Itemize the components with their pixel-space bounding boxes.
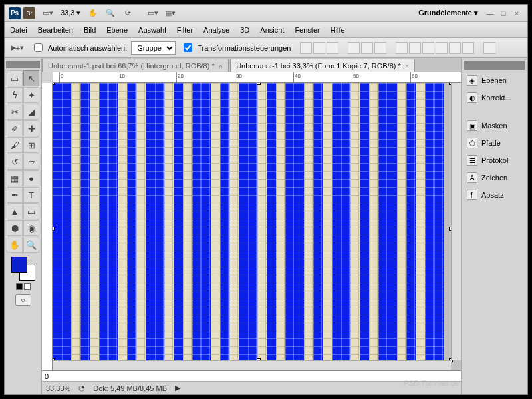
tab-doc-1[interactable]: Unbenannt-1.psd bei 66,7% (Hintergrund, …	[42, 59, 229, 72]
transform-handle[interactable]	[53, 227, 55, 231]
hand-tool-icon[interactable]: ✋	[86, 7, 100, 20]
lasso-tool[interactable]: ϟ	[7, 87, 23, 103]
path-select-tool[interactable]: ▲	[7, 203, 23, 219]
minimize-button[interactable]: —	[485, 8, 495, 19]
view-dropdown-icon[interactable]: ▭▾	[41, 7, 55, 20]
panel-korrekturen[interactable]: ◐Korrekt...	[464, 90, 525, 106]
3d-tool[interactable]: ⬢	[7, 220, 23, 236]
eraser-tool[interactable]: ▱	[23, 154, 39, 170]
align-btn[interactable]	[313, 42, 325, 54]
transform-handle[interactable]	[53, 83, 55, 85]
zoom-value[interactable]: 33,3 ▾	[61, 9, 80, 17]
foreground-color[interactable]	[11, 257, 27, 273]
crop-tool[interactable]: ✂	[7, 104, 23, 120]
panel-protokoll[interactable]: ☰Protokoll	[464, 152, 525, 168]
vertical-ruler[interactable]	[42, 83, 53, 370]
pen-tool[interactable]: ✒	[7, 187, 23, 203]
menu-analyse[interactable]: Analyse	[203, 26, 229, 34]
maximize-button[interactable]: □	[498, 8, 509, 19]
panel-absatz[interactable]: ¶Absatz	[464, 187, 525, 203]
transform-controls-checkbox[interactable]	[184, 43, 192, 52]
quick-mask-button[interactable]: ○	[15, 294, 31, 306]
document-canvas[interactable]	[53, 83, 451, 360]
marquee-tool[interactable]: ▭	[7, 70, 23, 86]
tab-label: Unbenannt-1 bei 33,3% (Form 1 Kopie 7, R…	[236, 62, 401, 70]
menu-hilfe[interactable]: Hilfe	[331, 26, 345, 34]
menu-ebene[interactable]: Ebene	[106, 26, 128, 34]
transform-handle[interactable]	[257, 83, 261, 85]
paragraph-icon: ¶	[467, 190, 477, 200]
zoom-tool[interactable]: 🔍	[23, 237, 39, 253]
dist-btn[interactable]	[422, 42, 434, 54]
auto-select-dropdown[interactable]: Gruppe	[131, 41, 176, 55]
canvas-zone: Unbenannt-1.psd bei 66,7% (Hintergrund, …	[42, 58, 461, 394]
healing-tool[interactable]: ✚	[23, 120, 39, 136]
panel-masken[interactable]: ▣Masken	[464, 118, 525, 134]
document-viewport[interactable]	[53, 83, 461, 370]
menu-bild[interactable]: Bild	[84, 26, 96, 34]
shape-tool[interactable]: ▭	[23, 203, 39, 219]
slice-tool[interactable]: ◢	[23, 104, 39, 120]
dist-btn[interactable]	[462, 42, 474, 54]
tab-close-icon[interactable]: ×	[219, 62, 223, 70]
dist-btn[interactable]	[436, 42, 448, 54]
tab-close-icon[interactable]: ×	[405, 62, 409, 70]
photoshop-logo-icon: Ps	[9, 7, 21, 19]
zoom-tool-icon[interactable]: 🔍	[104, 7, 117, 20]
stamp-tool[interactable]: ⊞	[23, 137, 39, 153]
blur-tool[interactable]: ●	[23, 170, 39, 186]
dist-btn[interactable]	[449, 42, 461, 54]
align-btn[interactable]	[361, 42, 373, 54]
brush-tool[interactable]: 🖌	[7, 137, 23, 153]
default-colors-icon[interactable]	[16, 283, 23, 290]
adjustments-icon: ◐	[467, 92, 477, 103]
panel-ebenen[interactable]: ◈Ebenen	[464, 72, 525, 88]
screen-mode-icon[interactable]: ▭▾	[146, 7, 160, 20]
history-brush-tool[interactable]: ↺	[7, 154, 23, 170]
auto-align-btn[interactable]	[483, 42, 495, 54]
status-doc-size[interactable]: Dok: 5,49 MB/8,45 MB	[93, 384, 167, 392]
quick-select-tool[interactable]: ✦	[23, 87, 39, 103]
eyedropper-tool[interactable]: ✐	[7, 120, 23, 136]
panel-pfade[interactable]: ⬠Pfade	[464, 135, 525, 151]
menu-3d[interactable]: 3D	[240, 26, 249, 34]
align-btn[interactable]	[348, 42, 360, 54]
status-zoom[interactable]: 33,33%	[46, 384, 70, 392]
status-arrow-icon[interactable]: ▶	[175, 384, 180, 392]
align-btn[interactable]	[374, 42, 386, 54]
dist-btn[interactable]	[409, 42, 421, 54]
dist-btn[interactable]	[396, 42, 408, 54]
vertical-scrollbar[interactable]	[451, 83, 461, 360]
auto-select-checkbox[interactable]	[34, 43, 43, 52]
align-btn[interactable]	[300, 42, 312, 54]
toolbox-header[interactable]	[6, 61, 40, 68]
menu-auswahl[interactable]: Auswahl	[138, 26, 166, 34]
arrange-docs-icon[interactable]: ▦▾	[164, 7, 177, 20]
horizontal-ruler[interactable]: 0102030405060	[53, 72, 461, 83]
menu-ansicht[interactable]: Ansicht	[260, 26, 284, 34]
close-button[interactable]: ×	[511, 8, 522, 19]
rotate-view-icon[interactable]: ⟳	[121, 7, 134, 20]
menu-fenster[interactable]: Fenster	[295, 26, 319, 34]
menu-bearbeiten[interactable]: Bearbeiten	[38, 26, 73, 34]
titlebar: Ps Br ▭▾ 33,3 ▾ ✋ 🔍 ⟳ ▭▾ ▦▾ Grundelement…	[5, 5, 527, 22]
swap-colors-icon[interactable]	[24, 283, 31, 290]
type-tool[interactable]: T	[23, 187, 39, 203]
bridge-icon[interactable]: Br	[23, 7, 35, 19]
tab-doc-2[interactable]: Unbenannt-1 bei 33,3% (Form 1 Kopie 7, R…	[230, 59, 415, 72]
align-group-1	[300, 42, 338, 54]
3d-camera-tool[interactable]: ◉	[23, 220, 39, 236]
gradient-tool[interactable]: ▦	[7, 170, 23, 186]
align-btn[interactable]	[327, 42, 338, 54]
hand-tool[interactable]: ✋	[7, 237, 23, 253]
panel-zeichen[interactable]: AZeichen	[464, 170, 525, 186]
move-tool[interactable]: ↖	[23, 70, 39, 86]
layers-icon: ◈	[467, 75, 477, 86]
workspace-switcher[interactable]: Grundelemente ▾	[418, 9, 478, 17]
panel-dock-header[interactable]	[464, 61, 525, 70]
menu-filter[interactable]: Filter	[177, 26, 193, 34]
menu-datei[interactable]: Datei	[10, 26, 27, 34]
transform-controls-label: Transformationssteuerungen	[198, 44, 291, 52]
move-tool-indicator-icon[interactable]: ▶+ ▾	[11, 41, 24, 55]
horizontal-scrollbar[interactable]	[53, 360, 451, 370]
